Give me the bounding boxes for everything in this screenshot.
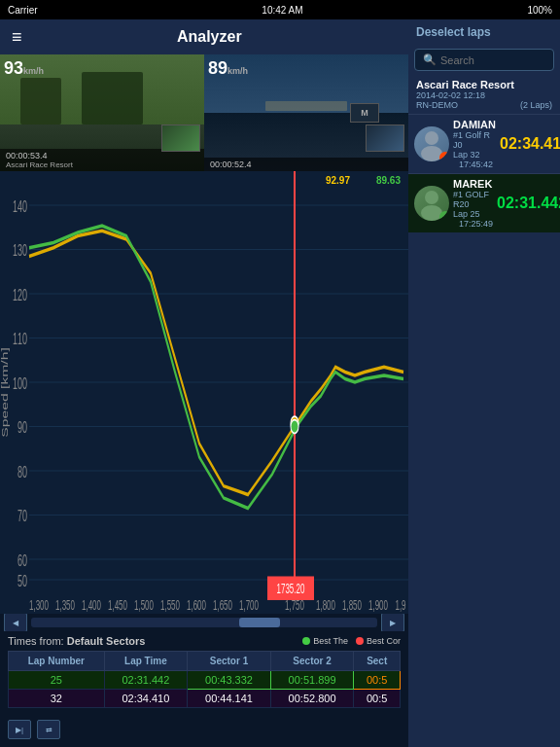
table-row: 32 02:34.410 00:44.141 00:52.800 00:5 xyxy=(9,690,401,708)
svg-text:1,450: 1,450 xyxy=(108,598,127,613)
svg-point-41 xyxy=(425,131,438,145)
video-left-speed: 93km/h xyxy=(4,58,44,79)
driver-time-marek: 02:31.442 xyxy=(497,195,560,212)
driver-name-marek: MAREK xyxy=(453,178,493,190)
track-demo-row: RN-DEMO (2 Laps) xyxy=(416,100,552,110)
driver-card-damian[interactable]: ▶ DAMIAN #1 Golf R J0 Lap 32 17:45:42 02… xyxy=(408,114,560,173)
track-date: 2014-02-02 12:18 xyxy=(416,90,485,100)
video-right-speed: 89km/h xyxy=(208,58,248,79)
chart-area[interactable]: 92.97 89.63 140 130 120 11 xyxy=(0,171,408,614)
cell-s1-25: 00:43.332 xyxy=(188,671,271,690)
driver-info-marek: MAREK #1 GOLF R20 Lap 25 17:25:49 xyxy=(453,178,493,229)
col-lap: Lap Number xyxy=(9,652,105,671)
svg-text:1,550: 1,550 xyxy=(160,598,180,613)
svg-text:130: 130 xyxy=(13,242,27,260)
legend-best: Best The xyxy=(302,636,348,646)
legend-best-dot xyxy=(302,637,310,645)
col-laptime: Lap Time xyxy=(104,652,188,671)
col-s3: Sect xyxy=(354,652,401,671)
cell-laptime-25: 02:31.442 xyxy=(104,671,188,690)
scroll-left-btn[interactable]: ◀ xyxy=(4,613,27,632)
search-icon: 🔍 xyxy=(423,53,437,66)
search-box[interactable]: 🔍 xyxy=(414,49,554,71)
app-header: ≡ Analyzer xyxy=(0,19,408,54)
search-input[interactable] xyxy=(440,54,545,66)
svg-text:1,900: 1,900 xyxy=(368,598,388,613)
play-btn[interactable]: ▶| xyxy=(8,720,31,739)
svg-text:1,800: 1,800 xyxy=(316,598,335,613)
driver-name-damian: DAMIAN xyxy=(453,119,496,130)
battery-text: 100% xyxy=(527,5,552,16)
sync-btn[interactable]: ⇄ xyxy=(37,720,60,739)
driver-detail1-marek: #1 GOLF R20 xyxy=(453,190,493,209)
svg-text:1,700: 1,700 xyxy=(239,598,259,613)
right-sidebar: Deselect laps 🔍 Ascari Race Resort 2014-… xyxy=(408,19,560,747)
svg-text:140: 140 xyxy=(13,197,27,215)
video-left[interactable]: 93km/h 00:00:53.4 Ascari Race Resort xyxy=(0,54,204,171)
legend-comp-dot xyxy=(356,637,364,645)
sector-header: Times from: Default Sectors Best The Bes… xyxy=(8,635,401,647)
scroll-track[interactable] xyxy=(31,618,377,627)
cell-lap-25: 25 xyxy=(9,671,105,690)
svg-text:70: 70 xyxy=(18,508,27,525)
cell-s1-32: 00:44.141 xyxy=(188,690,271,708)
video-left-track: Ascari Race Resort xyxy=(6,160,73,169)
cell-laptime-32: 02:34.410 xyxy=(104,690,188,708)
track-name: Ascari Race Resort xyxy=(416,79,552,90)
scroll-right-btn[interactable]: ▶ xyxy=(381,613,404,632)
svg-text:1,750: 1,750 xyxy=(285,598,304,613)
video-row: 93km/h 00:00:53.4 Ascari Race Resort xyxy=(0,54,408,171)
driver-time-damian: 02:34.410 xyxy=(500,135,560,153)
cell-s3-32: 00:5 xyxy=(354,690,401,708)
scrollbar-area[interactable]: ◀ ▶ xyxy=(0,614,408,631)
times-from-label: Times from: xyxy=(8,635,64,647)
track-section: Ascari Race Resort 2014-02-02 12:18 RN-D… xyxy=(408,75,560,114)
col-s2: Sector 2 xyxy=(270,652,354,671)
menu-icon[interactable]: ≡ xyxy=(12,27,22,48)
avatar-marek: ▶ xyxy=(414,186,449,221)
driver-detail1-damian: #1 Golf R J0 xyxy=(453,130,496,150)
play-badge-marek: ▶ xyxy=(439,211,449,221)
svg-text:50: 50 xyxy=(18,572,27,589)
driver-detail2-damian: Lap 32 17:45:42 xyxy=(453,150,496,169)
svg-text:1,350: 1,350 xyxy=(55,598,75,613)
col-s1: Sector 1 xyxy=(188,652,271,671)
driver-info-damian: DAMIAN #1 Golf R J0 Lap 32 17:45:42 xyxy=(453,119,496,169)
svg-text:110: 110 xyxy=(13,331,27,348)
main-container: ≡ Analyzer 93km/h 00:00:53.4 xyxy=(0,19,560,747)
video-right[interactable]: 89km/h M 00:00:52.4 xyxy=(204,54,408,171)
svg-text:1735.20: 1735.20 xyxy=(277,582,305,596)
driver-card-marek[interactable]: ▶ MAREK #1 GOLF R20 Lap 25 17:25:49 02:3… xyxy=(408,173,560,232)
svg-text:100: 100 xyxy=(13,374,27,392)
svg-point-26 xyxy=(291,420,298,434)
svg-text:1,9: 1,9 xyxy=(395,598,405,613)
video-right-overlay: 00:00:52.4 xyxy=(204,158,408,171)
speed-chart: 140 130 120 110 100 90 80 70 60 50 Speed… xyxy=(0,171,408,614)
svg-text:1,300: 1,300 xyxy=(29,598,49,613)
cell-s2-25: 00:51.899 xyxy=(270,671,354,690)
svg-text:1,600: 1,600 xyxy=(187,598,206,613)
svg-text:90: 90 xyxy=(18,419,27,437)
legend-comp: Best Cor xyxy=(356,636,401,646)
svg-text:120: 120 xyxy=(13,286,27,303)
svg-text:1,850: 1,850 xyxy=(342,598,362,613)
avatar-damian: ▶ xyxy=(414,126,449,161)
video-left-thumb xyxy=(161,124,200,152)
app-title: Analyzer xyxy=(22,28,397,46)
scroll-thumb[interactable] xyxy=(239,618,281,627)
svg-text:80: 80 xyxy=(18,463,27,480)
video-right-thumb xyxy=(366,124,404,152)
time-text: 10:42 AM xyxy=(262,5,302,16)
svg-text:Speed [km/h]: Speed [km/h] xyxy=(0,347,10,438)
sector-name-bold: Default Sectors xyxy=(67,635,146,647)
carrier-text: Carrier xyxy=(8,5,38,16)
cell-s2-32: 00:52.800 xyxy=(270,690,354,708)
left-panel: ≡ Analyzer 93km/h 00:00:53.4 xyxy=(0,19,408,747)
video-right-lap: 00:00:52.4 xyxy=(210,160,252,169)
table-row: 25 02:31.442 00:43.332 00:51.899 00:5 xyxy=(9,671,401,690)
driver-detail2-marek: Lap 25 17:25:49 xyxy=(453,209,493,229)
deselect-laps-label[interactable]: Deselect laps xyxy=(408,19,560,45)
svg-point-43 xyxy=(425,191,438,204)
sector-area: Times from: Default Sectors Best The Bes… xyxy=(0,631,408,712)
track-laps: (2 Laps) xyxy=(520,100,552,110)
